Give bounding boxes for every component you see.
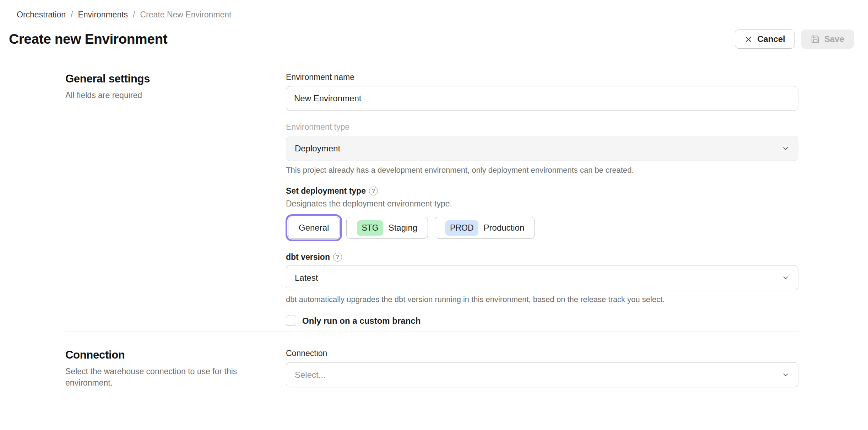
custom-branch-label[interactable]: Only run on a custom branch [302,316,421,326]
breadcrumb-separator: / [71,10,73,20]
environment-type-helper: This project already has a development e… [286,166,798,175]
staging-badge: STG [357,220,383,236]
deployment-type-production-button[interactable]: PROD Production [435,217,535,239]
deployment-type-description: Designates the deployment environment ty… [286,199,798,209]
production-badge: PROD [445,220,478,236]
deployment-type-label: Set deployment type [286,186,366,196]
connection-heading: Connection [65,349,265,361]
general-settings-subheading: All fields are required [65,90,243,101]
dbt-version-select[interactable]: Latest [286,265,798,290]
breadcrumb-orchestration[interactable]: Orchestration [17,10,66,20]
deployment-type-production-label: Production [484,223,525,233]
custom-branch-checkbox[interactable] [286,316,296,326]
page-title: Create new Environment [9,31,167,47]
question-circle-icon[interactable]: ? [369,187,378,195]
environment-name-label: Environment name [286,72,798,82]
environment-type-value: Deployment [295,144,340,154]
cancel-button[interactable]: Cancel [735,29,795,49]
breadcrumb: Orchestration / Environments / Create Ne… [0,0,868,20]
main-content: General settings All fields are required… [0,56,868,420]
deployment-type-general-button[interactable]: General [288,217,340,239]
chevron-down-icon [782,371,790,379]
chevron-down-icon [782,145,790,152]
breadcrumb-separator: / [133,10,135,20]
save-button-label: Save [824,34,844,44]
deployment-type-general-label: General [299,223,329,233]
environment-type-label: Environment type [286,122,798,132]
question-circle-icon[interactable]: ? [333,253,342,262]
deployment-type-staging-button[interactable]: STG Staging [346,217,428,239]
chevron-down-icon [782,274,790,282]
custom-branch-row: Only run on a custom branch [286,316,798,326]
save-button[interactable]: Save [801,29,854,49]
environment-name-input[interactable] [286,86,798,111]
dbt-version-label: dbt version [286,252,330,262]
x-icon [744,35,753,43]
dbt-version-value: Latest [295,273,318,283]
page-header: Orchestration / Environments / Create Ne… [0,0,868,56]
header-actions: Cancel Save [735,29,854,49]
connection-placeholder: Select... [295,370,326,380]
cancel-button-label: Cancel [757,34,785,44]
deployment-type-field: Set deployment type ? Designates the dep… [286,186,798,241]
deployment-type-staging-label: Staging [389,223,417,233]
environment-type-field: Environment type Deployment This project… [286,122,798,175]
connection-field: Connection Select... [286,349,798,387]
connection-description: Select the warehouse connection to use f… [65,366,243,388]
deployment-type-options: General STG Staging PROD Production [286,215,798,241]
breadcrumb-environments[interactable]: Environments [78,10,128,20]
breadcrumb-current-page: Create New Environment [140,10,231,20]
environment-name-field: Environment name [286,72,798,111]
connection-label: Connection [286,349,798,358]
dbt-version-field: dbt version ? Latest dbt automatically u… [286,252,798,304]
connection-select[interactable]: Select... [286,362,798,387]
general-settings-section: General settings All fields are required… [65,72,798,326]
connection-section: Connection Select the warehouse connecti… [65,332,798,420]
environment-type-select: Deployment [286,136,798,161]
save-icon [811,35,820,44]
general-settings-heading: General settings [65,72,265,85]
dbt-version-helper: dbt automatically upgrades the dbt versi… [286,295,798,304]
